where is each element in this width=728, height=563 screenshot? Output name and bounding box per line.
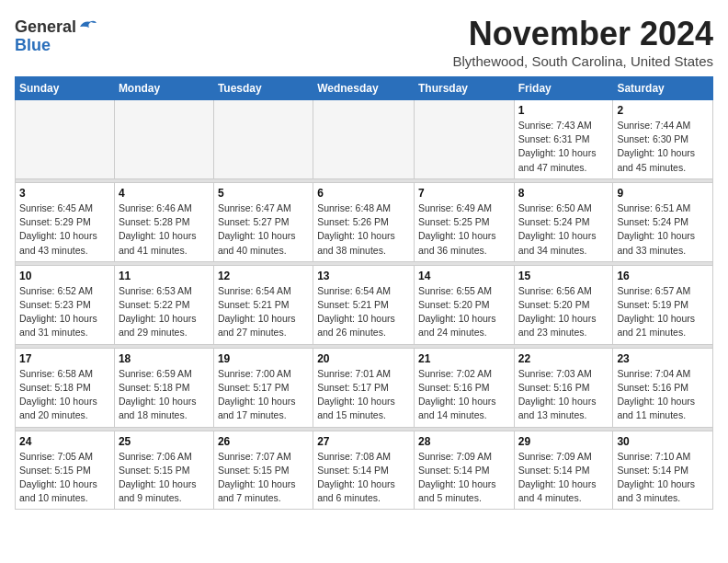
day-info: Sunrise: 6:49 AMSunset: 5:25 PMDaylight:… xyxy=(418,201,510,258)
calendar-cell: 22Sunrise: 7:03 AMSunset: 5:16 PMDayligh… xyxy=(514,348,613,427)
calendar-cell: 30Sunrise: 7:10 AMSunset: 5:14 PMDayligh… xyxy=(613,431,713,510)
day-number: 30 xyxy=(617,435,709,448)
day-number: 14 xyxy=(418,270,510,282)
day-number: 16 xyxy=(617,270,709,282)
day-info: Sunrise: 6:52 AMSunset: 5:23 PMDaylight:… xyxy=(19,284,110,340)
calendar-table: SundayMondayTuesdayWednesdayThursdayFrid… xyxy=(15,76,713,510)
calendar-cell: 28Sunrise: 7:09 AMSunset: 5:14 PMDayligh… xyxy=(414,431,514,510)
day-number: 8 xyxy=(518,187,609,200)
calendar-cell: 16Sunrise: 6:57 AMSunset: 5:19 PMDayligh… xyxy=(613,265,713,344)
day-number: 9 xyxy=(617,187,709,200)
calendar-cell xyxy=(414,100,514,179)
day-info: Sunrise: 7:06 AMSunset: 5:15 PMDaylight:… xyxy=(119,450,210,506)
weekday-header-friday: Friday xyxy=(514,77,613,100)
calendar-cell: 21Sunrise: 7:02 AMSunset: 5:16 PMDayligh… xyxy=(414,348,514,427)
month-title: November 2024 xyxy=(453,15,714,53)
calendar-cell: 29Sunrise: 7:09 AMSunset: 5:14 PMDayligh… xyxy=(514,431,613,510)
day-info: Sunrise: 7:03 AMSunset: 5:16 PMDaylight:… xyxy=(518,367,609,423)
day-info: Sunrise: 7:09 AMSunset: 5:14 PMDaylight:… xyxy=(518,450,609,506)
location-text: Blythewood, South Carolina, United State… xyxy=(453,53,714,69)
day-info: Sunrise: 6:56 AMSunset: 5:20 PMDaylight:… xyxy=(518,284,609,340)
day-info: Sunrise: 6:58 AMSunset: 5:18 PMDaylight:… xyxy=(19,367,110,423)
calendar-cell: 7Sunrise: 6:49 AMSunset: 5:25 PMDaylight… xyxy=(414,182,514,261)
day-info: Sunrise: 6:46 AMSunset: 5:28 PMDaylight:… xyxy=(119,201,210,258)
calendar-cell: 24Sunrise: 7:05 AMSunset: 5:15 PMDayligh… xyxy=(16,431,115,510)
calendar-cell: 11Sunrise: 6:53 AMSunset: 5:22 PMDayligh… xyxy=(114,265,213,344)
calendar-cell: 19Sunrise: 7:00 AMSunset: 5:17 PMDayligh… xyxy=(213,348,313,427)
weekday-header-tuesday: Tuesday xyxy=(213,77,313,100)
day-info: Sunrise: 6:51 AMSunset: 5:24 PMDaylight:… xyxy=(617,201,709,258)
calendar-cell: 20Sunrise: 7:01 AMSunset: 5:17 PMDayligh… xyxy=(313,348,415,427)
day-number: 21 xyxy=(418,352,510,365)
calendar-cell: 12Sunrise: 6:54 AMSunset: 5:21 PMDayligh… xyxy=(213,265,313,344)
day-info: Sunrise: 6:54 AMSunset: 5:21 PMDaylight:… xyxy=(218,284,309,340)
day-info: Sunrise: 6:50 AMSunset: 5:24 PMDaylight:… xyxy=(518,201,609,258)
day-info: Sunrise: 6:57 AMSunset: 5:19 PMDaylight:… xyxy=(617,284,709,340)
day-info: Sunrise: 6:53 AMSunset: 5:22 PMDaylight:… xyxy=(119,284,210,340)
title-area: November 2024 Blythewood, South Carolina… xyxy=(453,15,714,69)
day-number: 22 xyxy=(518,352,609,365)
day-number: 12 xyxy=(218,270,309,282)
calendar-cell: 14Sunrise: 6:55 AMSunset: 5:20 PMDayligh… xyxy=(414,265,514,344)
day-info: Sunrise: 6:48 AMSunset: 5:26 PMDaylight:… xyxy=(317,201,410,258)
calendar-week-4: 17Sunrise: 6:58 AMSunset: 5:18 PMDayligh… xyxy=(16,348,713,427)
logo-bird-icon xyxy=(78,18,98,35)
day-info: Sunrise: 7:02 AMSunset: 5:16 PMDaylight:… xyxy=(418,367,510,423)
calendar-cell: 3Sunrise: 6:45 AMSunset: 5:29 PMDaylight… xyxy=(16,182,115,261)
day-number: 7 xyxy=(418,187,510,200)
calendar-cell: 25Sunrise: 7:06 AMSunset: 5:15 PMDayligh… xyxy=(114,431,213,510)
calendar-cell: 15Sunrise: 6:56 AMSunset: 5:20 PMDayligh… xyxy=(514,265,613,344)
day-info: Sunrise: 6:59 AMSunset: 5:18 PMDaylight:… xyxy=(119,367,210,423)
logo-blue-text: Blue xyxy=(15,37,51,55)
day-number: 18 xyxy=(119,352,210,365)
calendar-cell: 17Sunrise: 6:58 AMSunset: 5:18 PMDayligh… xyxy=(16,348,115,427)
calendar-cell: 2Sunrise: 7:44 AMSunset: 6:30 PMDaylight… xyxy=(613,100,713,179)
logo: General Blue xyxy=(15,18,98,55)
day-number: 6 xyxy=(317,187,410,200)
day-info: Sunrise: 7:01 AMSunset: 5:17 PMDaylight:… xyxy=(317,367,410,423)
calendar-cell xyxy=(114,100,213,179)
day-number: 13 xyxy=(317,270,410,282)
day-info: Sunrise: 6:45 AMSunset: 5:29 PMDaylight:… xyxy=(19,201,110,258)
day-info: Sunrise: 6:55 AMSunset: 5:20 PMDaylight:… xyxy=(418,284,510,340)
day-info: Sunrise: 7:04 AMSunset: 5:16 PMDaylight:… xyxy=(617,367,709,423)
day-number: 10 xyxy=(19,270,110,282)
day-number: 24 xyxy=(19,435,110,448)
day-number: 17 xyxy=(19,352,110,365)
calendar-header-row: SundayMondayTuesdayWednesdayThursdayFrid… xyxy=(16,77,713,100)
calendar-cell: 8Sunrise: 6:50 AMSunset: 5:24 PMDaylight… xyxy=(514,182,613,261)
day-number: 29 xyxy=(518,435,609,448)
weekday-header-saturday: Saturday xyxy=(613,77,713,100)
day-info: Sunrise: 7:43 AMSunset: 6:31 PMDaylight:… xyxy=(518,119,609,175)
day-number: 1 xyxy=(518,104,609,117)
calendar-cell xyxy=(213,100,313,179)
calendar-cell: 9Sunrise: 6:51 AMSunset: 5:24 PMDaylight… xyxy=(613,182,713,261)
day-info: Sunrise: 7:44 AMSunset: 6:30 PMDaylight:… xyxy=(617,119,709,175)
weekday-header-monday: Monday xyxy=(114,77,213,100)
day-number: 3 xyxy=(19,187,110,200)
calendar-cell xyxy=(16,100,115,179)
day-number: 4 xyxy=(119,187,210,200)
logo-general-text: General xyxy=(15,18,76,37)
day-info: Sunrise: 7:00 AMSunset: 5:17 PMDaylight:… xyxy=(218,367,309,423)
calendar-cell: 26Sunrise: 7:07 AMSunset: 5:15 PMDayligh… xyxy=(213,431,313,510)
day-number: 20 xyxy=(317,352,410,365)
calendar-cell xyxy=(313,100,415,179)
calendar-week-5: 24Sunrise: 7:05 AMSunset: 5:15 PMDayligh… xyxy=(16,431,713,510)
day-number: 26 xyxy=(218,435,309,448)
day-number: 27 xyxy=(317,435,410,448)
calendar-week-3: 10Sunrise: 6:52 AMSunset: 5:23 PMDayligh… xyxy=(16,265,713,344)
day-number: 5 xyxy=(218,187,309,200)
calendar-cell: 5Sunrise: 6:47 AMSunset: 5:27 PMDaylight… xyxy=(213,182,313,261)
day-info: Sunrise: 6:47 AMSunset: 5:27 PMDaylight:… xyxy=(218,201,309,258)
calendar-week-1: 1Sunrise: 7:43 AMSunset: 6:31 PMDaylight… xyxy=(16,100,713,179)
calendar-cell: 18Sunrise: 6:59 AMSunset: 5:18 PMDayligh… xyxy=(114,348,213,427)
day-info: Sunrise: 7:07 AMSunset: 5:15 PMDaylight:… xyxy=(218,450,309,506)
day-number: 25 xyxy=(119,435,210,448)
calendar-cell: 13Sunrise: 6:54 AMSunset: 5:21 PMDayligh… xyxy=(313,265,415,344)
calendar-cell: 23Sunrise: 7:04 AMSunset: 5:16 PMDayligh… xyxy=(613,348,713,427)
page-header: General Blue November 2024 Blythewood, S… xyxy=(15,15,713,69)
calendar-cell: 1Sunrise: 7:43 AMSunset: 6:31 PMDaylight… xyxy=(514,100,613,179)
day-number: 19 xyxy=(218,352,309,365)
calendar-cell: 27Sunrise: 7:08 AMSunset: 5:14 PMDayligh… xyxy=(313,431,415,510)
